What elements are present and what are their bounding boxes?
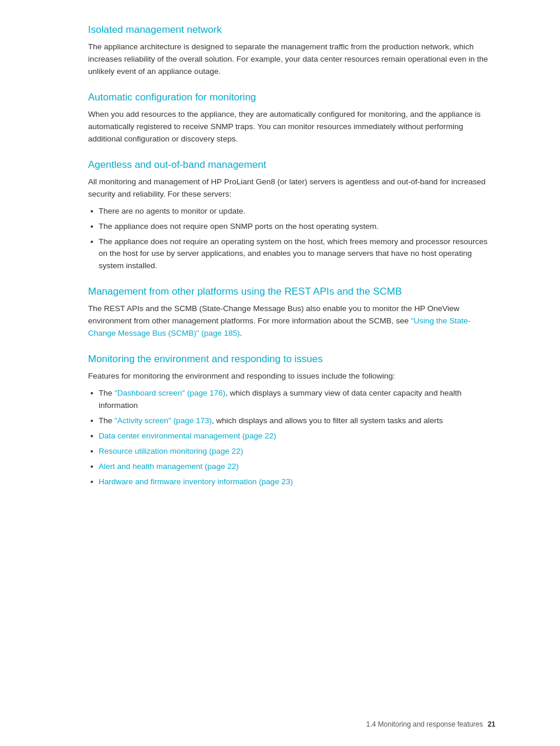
- list-item: The "Dashboard screen" (page 176), which…: [88, 387, 495, 412]
- list-item: The "Activity screen" (page 173), which …: [88, 415, 495, 427]
- heading-management-platforms: Management from other platforms using th…: [88, 285, 495, 298]
- list-item: Data center environmental management (pa…: [88, 430, 495, 443]
- section-monitoring-environment: Monitoring the environment and respondin…: [88, 353, 495, 488]
- heading-isolated-management: Isolated management network: [88, 23, 495, 36]
- heading-monitoring-environment: Monitoring the environment and respondin…: [88, 353, 495, 366]
- section-agentless: Agentless and out-of-band management All…: [88, 158, 495, 273]
- list-item: The appliance does not require an operat…: [88, 236, 495, 273]
- heading-automatic-config: Automatic configuration for monitoring: [88, 91, 495, 104]
- link-dashboard[interactable]: "Dashboard screen" (page 176): [114, 389, 225, 397]
- para-platforms-1: The REST APIs and the SCMB (State-Change…: [88, 303, 495, 340]
- para-isolated-1: The appliance architecture is designed t…: [88, 41, 495, 78]
- para-auto-1: When you add resources to the appliance,…: [88, 109, 495, 146]
- link-hardware-firmware[interactable]: Hardware and firmware inventory informat…: [99, 477, 293, 486]
- link-resource-util[interactable]: Resource utilization monitoring (page 22…: [99, 447, 243, 455]
- link-activity[interactable]: "Activity screen" (page 173): [114, 416, 212, 425]
- list-agentless: There are no agents to monitor or update…: [88, 205, 495, 273]
- list-item: There are no agents to monitor or update…: [88, 205, 495, 218]
- body-monitoring-environment: Features for monitoring the environment …: [88, 370, 495, 488]
- list-item: Alert and health management (page 22): [88, 461, 495, 473]
- body-automatic-config: When you add resources to the appliance,…: [88, 109, 495, 146]
- body-agentless: All monitoring and management of HP ProL…: [88, 176, 495, 272]
- page: Isolated management network The applianc…: [0, 0, 560, 746]
- section-automatic-config: Automatic configuration for monitoring W…: [88, 91, 495, 146]
- list-monitoring: The "Dashboard screen" (page 176), which…: [88, 387, 495, 488]
- list-item: Hardware and firmware inventory informat…: [88, 476, 495, 488]
- list-item: Resource utilization monitoring (page 22…: [88, 445, 495, 458]
- footer-section-text: 1.4 Monitoring and response features: [366, 720, 483, 728]
- footer: 1.4 Monitoring and response features 21: [366, 720, 495, 728]
- link-scmb[interactable]: "Using the State-Change Message Bus (SCM…: [88, 316, 471, 337]
- para-agentless-1: All monitoring and management of HP ProL…: [88, 176, 495, 201]
- link-alert-health[interactable]: Alert and health management (page 22): [99, 462, 239, 471]
- footer-page-number: 21: [488, 720, 495, 728]
- body-management-platforms: The REST APIs and the SCMB (State-Change…: [88, 303, 495, 340]
- link-datacenter-env[interactable]: Data center environmental management (pa…: [99, 431, 276, 440]
- section-isolated-management: Isolated management network The applianc…: [88, 23, 495, 78]
- para-monitoring-1: Features for monitoring the environment …: [88, 370, 495, 383]
- list-item: The appliance does not require open SNMP…: [88, 221, 495, 233]
- body-isolated-management: The appliance architecture is designed t…: [88, 41, 495, 78]
- heading-agentless: Agentless and out-of-band management: [88, 158, 495, 171]
- section-management-platforms: Management from other platforms using th…: [88, 285, 495, 340]
